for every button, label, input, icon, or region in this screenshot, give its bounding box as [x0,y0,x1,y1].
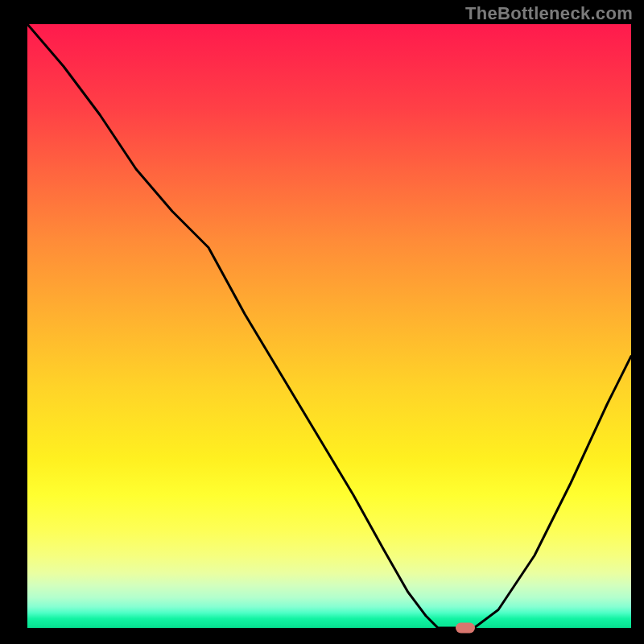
watermark-text: TheBottleneck.com [465,3,633,24]
plot-gradient-area [27,24,631,628]
chart-stage: TheBottleneck.com [0,0,644,644]
